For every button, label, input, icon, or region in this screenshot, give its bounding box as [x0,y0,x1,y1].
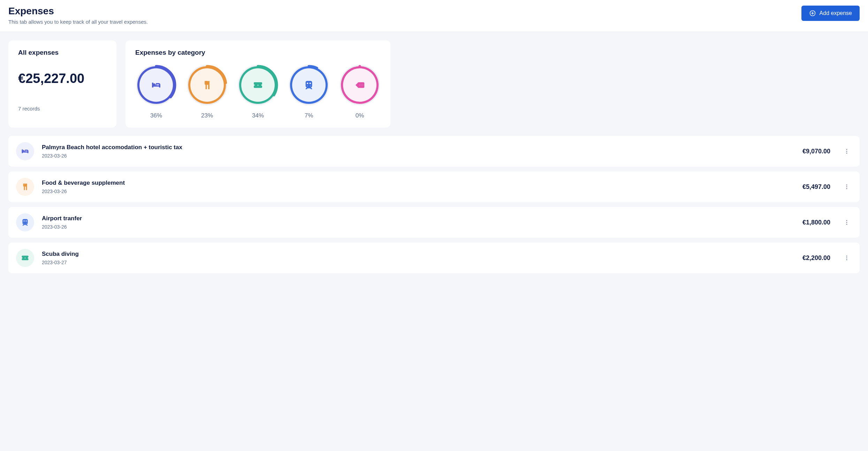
expense-icon-wrap [16,142,34,160]
header-text: Expenses This tab allows you to keep tra… [8,6,148,25]
summary-cards-row: All expenses €25,227.00 7 records Expens… [8,40,860,128]
category-ring [339,64,381,106]
add-expense-label: Add expense [820,10,852,16]
dots-vertical-icon [844,184,850,190]
page-subtitle: This tab allows you to keep track of all… [8,19,148,25]
category-item[interactable]: 23% [186,64,228,119]
bed-icon [151,80,161,90]
expense-date: 2023-03-27 [42,260,795,265]
train-icon [304,80,314,90]
plus-circle-icon [809,10,816,17]
expense-icon-wrap [16,178,34,196]
expense-icon-wrap [16,213,34,231]
expense-title: Airport tranfer [42,215,795,222]
add-expense-button[interactable]: Add expense [801,6,860,21]
category-item[interactable]: 7% [288,64,330,119]
expense-date: 2023-03-26 [42,153,795,159]
category-icon-wrap [139,68,173,102]
expense-main: Airport tranfer 2023-03-26 [42,215,795,230]
category-ring [288,64,330,106]
expense-list: Palmyra Beach hotel accomodation + touri… [8,136,860,273]
expense-menu-button[interactable] [842,182,852,192]
expense-menu-button[interactable] [842,146,852,156]
dots-vertical-icon [844,148,850,154]
page-title: Expenses [8,6,148,17]
dots-vertical-icon [844,255,850,261]
utensils-icon [202,80,212,90]
category-percent: 36% [150,112,162,119]
expense-title: Palmyra Beach hotel accomodation + touri… [42,144,795,151]
category-ring [135,64,177,106]
category-item[interactable]: 0% [339,64,381,119]
expense-row[interactable]: Palmyra Beach hotel accomodation + touri… [8,136,860,167]
category-percent: 34% [252,112,264,119]
tag-icon [355,80,365,90]
category-item[interactable]: 34% [237,64,279,119]
ticket-icon [21,254,29,262]
page-header: Expenses This tab allows you to keep tra… [0,0,868,32]
expenses-by-category-card: Expenses by category 36% 23% [125,40,390,128]
expense-date: 2023-03-26 [42,224,795,230]
content: All expenses €25,227.00 7 records Expens… [0,32,868,282]
all-expenses-title: All expenses [18,49,107,56]
by-category-title: Expenses by category [135,49,381,56]
category-percent: 7% [305,112,313,119]
all-expenses-total: €25,227.00 [18,71,107,86]
expense-amount: €1,800.00 [802,219,830,226]
category-icon-wrap [190,68,224,102]
expense-icon-wrap [16,249,34,267]
expense-main: Palmyra Beach hotel accomodation + touri… [42,144,795,159]
bed-icon [21,147,29,155]
category-icon-wrap [292,68,326,102]
category-percent: 23% [201,112,213,119]
category-item[interactable]: 36% [135,64,177,119]
ticket-icon [253,80,263,90]
expense-row[interactable]: Scuba diving 2023-03-27 €2,200.00 [8,243,860,273]
all-expenses-card: All expenses €25,227.00 7 records [8,40,116,128]
all-expenses-records: 7 records [18,106,107,112]
category-row: 36% 23% 34% [135,64,381,119]
category-ring [186,64,228,106]
expense-menu-button[interactable] [842,217,852,228]
expense-title: Food & beverage supplement [42,179,795,186]
category-ring [237,64,279,106]
expense-menu-button[interactable] [842,253,852,263]
expense-amount: €2,200.00 [802,254,830,262]
utensils-icon [21,183,29,191]
dots-vertical-icon [844,219,850,226]
category-percent: 0% [356,112,364,119]
expense-amount: €5,497.00 [802,183,830,191]
expense-row[interactable]: Airport tranfer 2023-03-26 €1,800.00 [8,207,860,238]
expense-date: 2023-03-26 [42,189,795,194]
expense-title: Scuba diving [42,251,795,258]
expense-main: Scuba diving 2023-03-27 [42,251,795,265]
train-icon [21,218,29,227]
expense-row[interactable]: Food & beverage supplement 2023-03-26 €5… [8,171,860,202]
expense-main: Food & beverage supplement 2023-03-26 [42,179,795,194]
expense-amount: €9,070.00 [802,148,830,155]
category-icon-wrap [343,68,376,102]
category-icon-wrap [241,68,275,102]
